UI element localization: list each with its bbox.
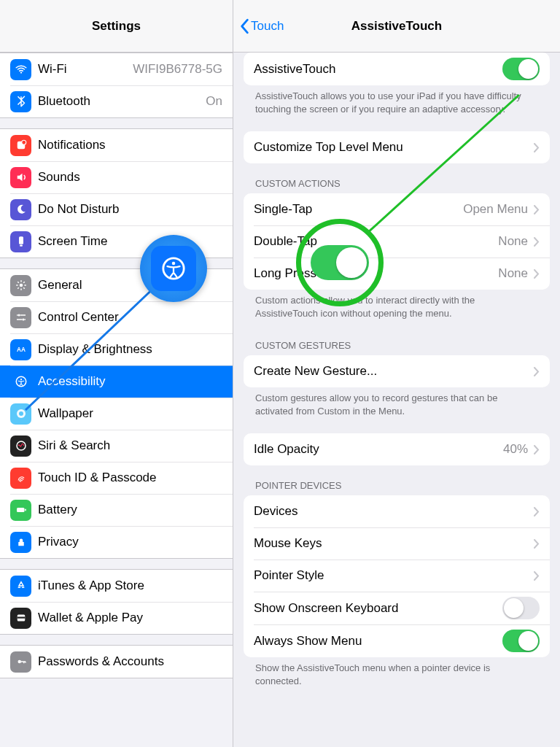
- row-value: 40%: [503, 442, 528, 457]
- toggle[interactable]: [502, 597, 540, 619]
- detail-pane: Touch AssistiveTouch AssistiveTouchAssis…: [233, 0, 560, 747]
- sidebar-item-value: WIFI9B6778-5G: [133, 62, 222, 77]
- row-label: Single-Tap: [254, 202, 312, 217]
- sidebar-item-itunes-app-store[interactable]: iTunes & App Store: [0, 570, 233, 602]
- sidebar-item-wallpaper[interactable]: Wallpaper: [0, 398, 233, 430]
- row-label: Double-Tap: [254, 234, 317, 249]
- svg-point-18: [18, 660, 21, 664]
- sidebar-item-label: Privacy: [38, 535, 79, 549]
- sidebar-item-label: Siri & Search: [38, 438, 110, 453]
- general-icon: [10, 275, 31, 296]
- section-header: POINTER DEVICES: [233, 476, 560, 495]
- sidebar-item-touch-id-passcode[interactable]: Touch ID & Passcode: [0, 462, 233, 494]
- svg-point-12: [19, 411, 23, 416]
- chevron-right-icon: [534, 205, 540, 214]
- row-pointer-style[interactable]: Pointer Style: [244, 560, 550, 592]
- toggle[interactable]: [502, 58, 540, 80]
- toggle[interactable]: [502, 630, 540, 652]
- sidebar-item-label: Screen Time: [38, 234, 107, 249]
- row-long-press[interactable]: Long PressNone: [244, 258, 550, 290]
- section-header: CUSTOM ACTIONS: [233, 174, 560, 193]
- detail-header: Touch AssistiveTouch: [233, 0, 560, 53]
- bluetooth-icon: [10, 91, 31, 112]
- controlcenter-icon: [10, 307, 31, 328]
- row-label: Mouse Keys: [254, 536, 322, 551]
- screentime-icon: [10, 231, 31, 252]
- row-single-tap[interactable]: Single-TapOpen Menu: [244, 193, 550, 225]
- sidebar-item-siri-search[interactable]: Siri & Search: [0, 430, 233, 462]
- battery-icon: [10, 500, 31, 521]
- sidebar-item-screen-time[interactable]: Screen Time: [0, 225, 233, 258]
- sidebar-item-label: iTunes & App Store: [38, 578, 144, 593]
- svg-point-0: [20, 71, 21, 73]
- section-footer: Custom gestures allow you to record gest…: [233, 387, 560, 423]
- sidebar-item-privacy[interactable]: Privacy: [0, 526, 233, 558]
- section-footer: Show the AssistiveTouch menu when a poin…: [233, 657, 560, 693]
- sidebar-item-label: Wallet & Apple Pay: [38, 611, 143, 625]
- displaybrightness-icon: AA: [10, 339, 31, 360]
- sidebar-item-label: Wallpaper: [38, 406, 93, 421]
- sidebar-item-label: Do Not Disturb: [38, 202, 119, 217]
- wifi-icon: [10, 59, 31, 80]
- sidebar-item-accessibility[interactable]: Accessibility: [0, 365, 233, 398]
- row-double-tap[interactable]: Double-TapNone: [244, 225, 550, 258]
- settings-title: Settings: [92, 19, 141, 34]
- sidebar-item-control-center[interactable]: Control Center: [0, 301, 233, 333]
- svg-point-2: [21, 140, 26, 144]
- touchid-icon: [10, 468, 31, 489]
- sidebar-item-label: Touch ID & Passcode: [38, 471, 157, 485]
- row-label: Always Show Menu: [254, 634, 362, 649]
- row-create-new-gesture-[interactable]: Create New Gesture...: [244, 355, 550, 387]
- detail-content[interactable]: AssistiveTouchAssistiveTouch allows you …: [233, 53, 560, 747]
- sidebar-item-notifications[interactable]: Notifications: [0, 129, 233, 161]
- row-always-show-menu[interactable]: Always Show Menu: [244, 624, 550, 657]
- row-value: None: [498, 266, 528, 281]
- row-label: Pointer Style: [254, 568, 324, 583]
- sidebar-item-wallet-apple-pay[interactable]: Wallet & Apple Pay: [0, 602, 233, 634]
- accessibility-icon: [10, 371, 31, 392]
- settings-header: Settings: [0, 0, 233, 53]
- sidebar-item-value: On: [206, 94, 222, 109]
- row-value: Open Menu: [463, 202, 528, 217]
- appstore-icon: [10, 576, 31, 597]
- sidebar-item-label: Battery: [38, 503, 77, 517]
- row-mouse-keys[interactable]: Mouse Keys: [244, 527, 550, 560]
- passwords-icon: [10, 651, 31, 673]
- sidebar-item-sounds[interactable]: Sounds: [0, 161, 233, 193]
- row-show-onscreen-keyboard[interactable]: Show Onscreen Keyboard: [244, 592, 550, 624]
- sidebar-item-label: General: [38, 278, 82, 293]
- row-idle-opacity[interactable]: Idle Opacity40%: [244, 433, 550, 465]
- sidebar-item-label: Bluetooth: [38, 94, 90, 109]
- chevron-right-icon: [534, 367, 540, 376]
- sounds-icon: [10, 167, 31, 188]
- sidebar-item-display-brightness[interactable]: AADisplay & Brightness: [0, 333, 233, 365]
- section-footer: Custom actions allow you to interact dir…: [233, 290, 560, 325]
- wallpaper-icon: [10, 403, 31, 425]
- row-label: AssistiveTouch: [254, 62, 335, 77]
- row-devices[interactable]: Devices: [244, 495, 550, 527]
- row-label: Long Press: [254, 266, 316, 281]
- settings-list[interactable]: Wi-FiWIFI9B6778-5GBluetoothOnNotificatio…: [0, 53, 233, 747]
- row-label: Show Onscreen Keyboard: [254, 601, 398, 616]
- row-value: None: [498, 234, 528, 249]
- sidebar-item-label: Control Center: [38, 310, 119, 325]
- sidebar-item-wi-fi[interactable]: Wi-FiWIFI9B6778-5G: [0, 53, 233, 85]
- svg-rect-4: [20, 245, 23, 247]
- row-label: Customize Top Level Menu: [254, 140, 403, 155]
- wallet-icon: [10, 608, 31, 629]
- row-label: Idle Opacity: [254, 442, 319, 457]
- chevron-right-icon: [534, 507, 540, 516]
- sidebar-item-battery[interactable]: Battery: [0, 494, 233, 526]
- sidebar-item-bluetooth[interactable]: BluetoothOn: [0, 85, 233, 117]
- sidebar-item-label: Wi-Fi: [38, 62, 67, 77]
- sidebar-item-passwords-accounts[interactable]: Passwords & Accounts: [0, 646, 233, 678]
- row-customize-top-level-menu[interactable]: Customize Top Level Menu: [244, 131, 550, 163]
- row-assistivetouch[interactable]: AssistiveTouch: [244, 53, 550, 85]
- sidebar-item-label: Passwords & Accounts: [38, 654, 164, 669]
- back-button[interactable]: Touch: [239, 0, 284, 53]
- sidebar-item-general[interactable]: General: [0, 269, 233, 301]
- sidebar-item-do-not-disturb[interactable]: Do Not Disturb: [0, 193, 233, 225]
- svg-rect-14: [17, 508, 25, 512]
- svg-point-6: [18, 314, 20, 317]
- chevron-right-icon: [534, 571, 540, 581]
